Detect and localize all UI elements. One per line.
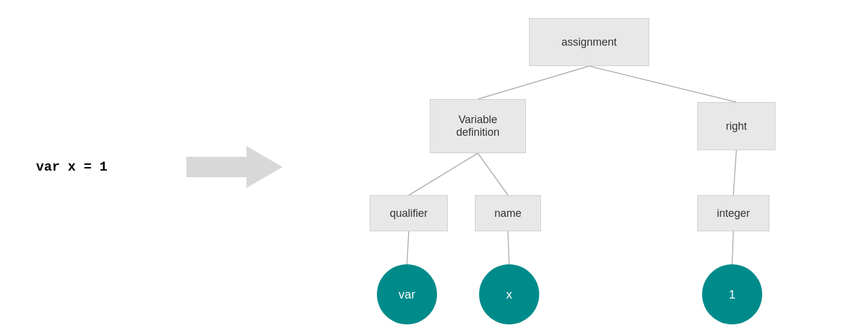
node-right: right — [697, 102, 775, 150]
svg-line-2 — [589, 66, 736, 102]
svg-line-4 — [478, 153, 508, 195]
circle-var: var — [377, 264, 437, 324]
node-qualifier: qualifier — [370, 195, 448, 231]
code-label: var x = 1 — [36, 160, 108, 175]
ast-tree: assignment Variabledefinition right qual… — [337, 6, 854, 328]
node-variable-definition: Variabledefinition — [430, 99, 526, 153]
svg-line-6 — [407, 231, 409, 264]
svg-line-5 — [733, 150, 736, 195]
arrow-graphic — [186, 140, 283, 194]
circle-x: x — [479, 264, 539, 324]
circle-one: 1 — [702, 264, 762, 324]
node-assignment: assignment — [529, 18, 649, 66]
node-name: name — [475, 195, 541, 231]
svg-line-1 — [478, 66, 589, 99]
svg-marker-0 — [186, 146, 283, 188]
svg-line-7 — [508, 231, 509, 264]
svg-line-3 — [409, 153, 478, 195]
svg-line-8 — [732, 231, 733, 264]
node-integer: integer — [697, 195, 769, 231]
